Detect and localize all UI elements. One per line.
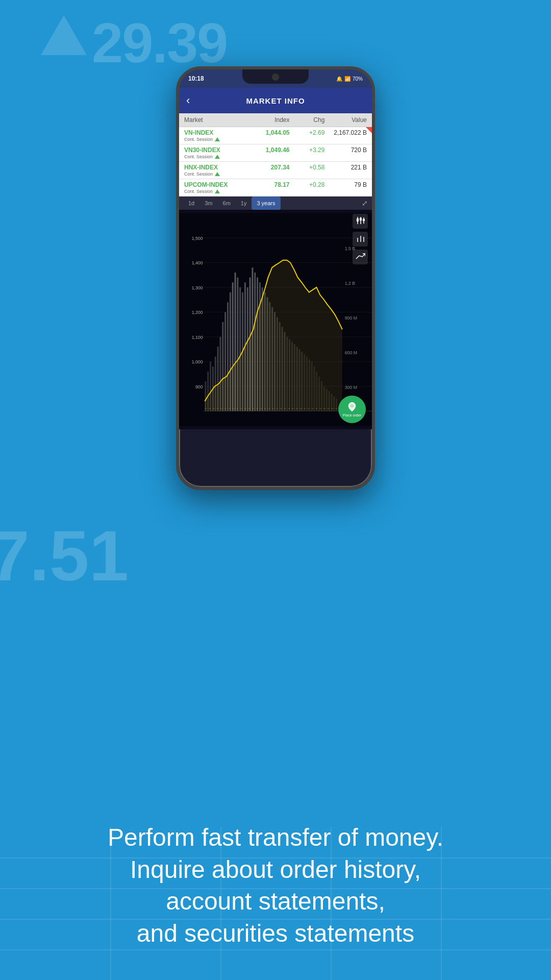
market-name-hnx: HNX-INDEX <box>184 164 247 171</box>
page-title: MARKET INFO <box>246 96 305 105</box>
svg-rect-81 <box>363 219 365 221</box>
chart-svg: 1,500 1,400 1,300 1,200 1,100 1,000 900 … <box>179 210 372 429</box>
bg-number-top: 29.39 <box>92 10 227 75</box>
col-index-header: Index <box>247 116 290 124</box>
market-chg-vn30: +3.29 <box>290 146 325 154</box>
market-row-hnx[interactable]: HNX-INDEX 207.34 +0.58 221 B Cont. Sessi… <box>179 162 372 179</box>
indicator-btn[interactable] <box>353 232 368 247</box>
up-arrow-vn30 <box>215 155 220 159</box>
market-index-vn30: 1,049.46 <box>247 146 290 154</box>
market-name-vn: VN-INDEX <box>184 129 247 136</box>
session-label-vn30: Cont. Session <box>184 154 213 159</box>
market-name-vn30: VN30-INDEX <box>184 146 247 154</box>
chart-overlay <box>353 214 368 264</box>
svg-text:1,100: 1,100 <box>192 335 203 340</box>
market-row-upcom[interactable]: UPCOM-INDEX 78.17 +0.28 79 B Cont. Sessi… <box>179 179 372 197</box>
tab-3years[interactable]: 3 years <box>252 197 280 210</box>
app-header: ‹ MARKET INFO <box>179 88 372 113</box>
trend-btn[interactable] <box>353 250 368 264</box>
col-chg-header: Chg <box>290 116 325 124</box>
chart-tabs: 1d 3m 6m 1y 3 years ⤢ <box>179 197 372 210</box>
tab-1d[interactable]: 1d <box>183 197 199 210</box>
candlestick-btn[interactable] <box>353 214 368 229</box>
battery-label: 70% <box>353 76 363 82</box>
phone-mockup: 10:18 🖼 💬 🔵 • 🔔 📶 70% ‹ MARKET INFO Mark… <box>176 66 375 490</box>
market-index-upcom: 78.17 <box>247 181 290 188</box>
market-chg-upcom: +0.28 <box>290 181 325 188</box>
col-value-header: Value <box>324 116 367 124</box>
col-market-header: Market <box>184 116 247 124</box>
svg-rect-77 <box>357 218 359 222</box>
market-chg-vn: +2.69 <box>290 129 325 136</box>
svg-text:600 M: 600 M <box>345 350 357 355</box>
market-value-vn: 2,167.022 B <box>324 129 367 136</box>
session-label-hnx: Cont. Session <box>184 172 213 177</box>
svg-text:1,500: 1,500 <box>192 236 203 241</box>
svg-text:900: 900 <box>195 384 203 389</box>
session-label-upcom: Cont. Session <box>184 189 213 194</box>
phone-frame: 10:18 🖼 💬 🔵 • 🔔 📶 70% ‹ MARKET INFO Mark… <box>176 66 375 490</box>
up-arrow-upcom <box>215 189 220 193</box>
market-index-vn: 1,044.05 <box>247 129 290 136</box>
tab-3m[interactable]: 3m <box>199 197 217 210</box>
market-name-upcom: UPCOM-INDEX <box>184 181 247 188</box>
table-header: Market Index Chg Value <box>179 113 372 127</box>
market-index-hnx: 207.34 <box>247 164 290 171</box>
tab-6m[interactable]: 6m <box>218 197 236 210</box>
svg-text:300 M: 300 M <box>345 385 357 390</box>
market-value-vn30: 720 B <box>324 146 367 154</box>
expand-icon[interactable]: ⤢ <box>362 199 368 207</box>
svg-text:900 M: 900 M <box>345 315 357 321</box>
tab-1y[interactable]: 1y <box>236 197 252 210</box>
back-button[interactable]: ‹ <box>186 94 190 107</box>
market-value-hnx: 221 B <box>324 164 367 171</box>
svg-text:1,300: 1,300 <box>192 285 203 290</box>
phone-notch <box>242 69 309 84</box>
bottom-description: Perform fast transfer of money. Inquire … <box>31 822 520 949</box>
svg-text:1.2 B: 1.2 B <box>345 281 356 286</box>
bg-number-bottom: 7.51 <box>0 514 129 597</box>
market-row-vn-index[interactable]: VN-INDEX 1,044.05 +2.69 2,167.022 B Cont… <box>179 127 372 144</box>
svg-text:1,000: 1,000 <box>192 359 203 364</box>
place-order-label: Place order <box>343 413 361 418</box>
status-right-icons: 🔔 📶 70% <box>336 76 363 82</box>
place-order-button[interactable]: Place order <box>338 396 366 423</box>
red-corner-indicator <box>366 127 372 133</box>
chart-area: 1,500 1,400 1,300 1,200 1,100 1,000 900 … <box>179 210 372 429</box>
status-time: 10:18 <box>188 75 204 82</box>
market-chg-hnx: +0.58 <box>290 164 325 171</box>
up-arrow-vn <box>215 137 220 141</box>
svg-rect-79 <box>360 218 362 220</box>
up-arrow-hnx <box>215 172 220 176</box>
svg-text:1,400: 1,400 <box>192 260 203 265</box>
session-label-vn: Cont. Session <box>184 137 213 142</box>
camera <box>272 74 279 81</box>
bg-triangle-icon <box>41 15 87 55</box>
svg-text:1,200: 1,200 <box>192 310 203 315</box>
bottom-text-section: Perform fast transfer of money. Inquire … <box>0 822 551 949</box>
mute-icon: 🔔 <box>336 76 342 82</box>
wifi-icon: 📶 <box>344 76 350 82</box>
market-value-upcom: 79 B <box>324 181 367 188</box>
market-row-vn30[interactable]: VN30-INDEX 1,049.46 +3.29 720 B Cont. Se… <box>179 144 372 162</box>
